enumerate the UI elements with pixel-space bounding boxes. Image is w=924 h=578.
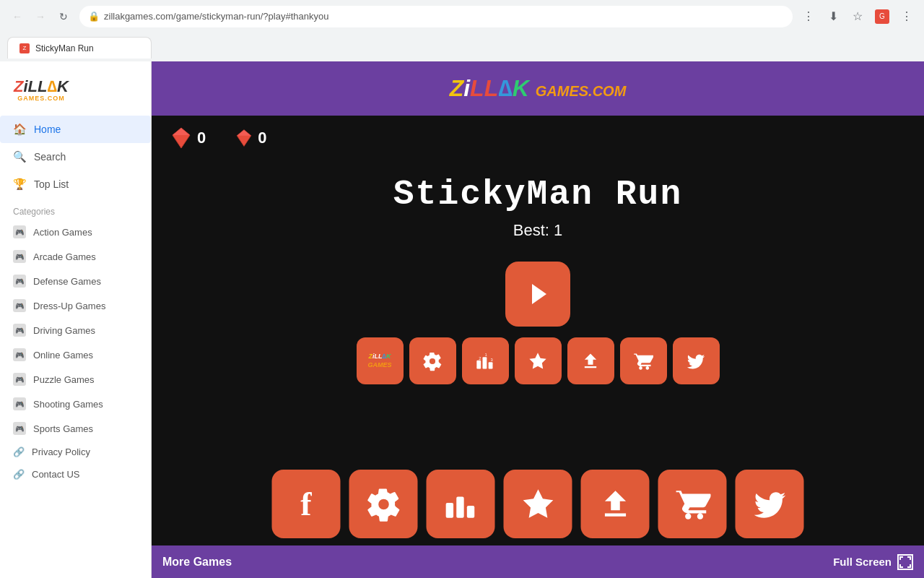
dressup-games-label: Dress-Up Games xyxy=(33,301,105,311)
puzzle-games-label: Puzzle Games xyxy=(33,374,95,385)
lock-icon: 🔒 xyxy=(88,11,100,22)
dressup-games-icon: 🎮 xyxy=(13,299,26,312)
sidebar-item-sports[interactable]: 🎮 Sports Games xyxy=(0,416,151,441)
share-button-lg[interactable] xyxy=(581,470,650,538)
logo-main-a: ∆ xyxy=(498,75,513,101)
zillak-logo-button[interactable]: ZiLL∆KGAMES xyxy=(357,337,404,384)
sidebar-item-defense[interactable]: 🎮 Defense Games xyxy=(0,269,151,293)
more-games-button[interactable]: More Games xyxy=(162,556,232,569)
logo-main-z: Z xyxy=(450,75,464,101)
sidebar-item-puzzle[interactable]: 🎮 Puzzle Games xyxy=(0,367,151,392)
shooting-games-label: Shooting Games xyxy=(33,399,103,410)
sidebar-item-arcade[interactable]: 🎮 Arcade Games xyxy=(0,244,151,269)
reload-button[interactable]: ↻ xyxy=(53,7,74,27)
fullscreen-button[interactable]: Full Screen xyxy=(833,554,913,570)
game-container: 0 0 StickyMan Run Best: 1 xyxy=(152,116,924,578)
browser-toolbar: ← → ↻ 🔒 zillakgames.com/game/stickyman-r… xyxy=(0,0,924,33)
browser-chrome: ← → ↻ 🔒 zillakgames.com/game/stickyman-r… xyxy=(0,0,924,61)
forward-button[interactable]: → xyxy=(30,7,51,27)
sidebar-item-privacy[interactable]: 🔗 Privacy Policy xyxy=(0,441,151,463)
svg-rect-11 xyxy=(445,502,453,517)
gear-icon-sm xyxy=(422,351,443,371)
sidebar-toplist-label: Top List xyxy=(34,178,69,190)
logo-k: K xyxy=(57,77,69,95)
game-title: StickyMan Run xyxy=(152,175,924,214)
settings-button-sm[interactable] xyxy=(409,337,456,384)
address-bar[interactable]: 🔒 zillakgames.com/game/stickyman-run/?pl… xyxy=(79,6,793,27)
sidebar-item-action[interactable]: 🎮 Action Games xyxy=(0,220,151,244)
menu-button[interactable]: ⋮ xyxy=(897,7,917,27)
shooting-games-icon: 🎮 xyxy=(13,397,26,410)
play-button-wrapper xyxy=(152,262,924,327)
podium-icon-lg xyxy=(443,486,479,522)
leaderboard-button-sm[interactable]: 2 1 3 xyxy=(462,337,509,384)
game-title-section: StickyMan Run Best: 1 xyxy=(152,160,924,247)
logo-illak: iLL xyxy=(23,77,47,95)
sidebar-item-shooting[interactable]: 🎮 Shooting Games xyxy=(0,392,151,416)
twitter-button-sm[interactable] xyxy=(673,337,720,384)
sidebar-home-label: Home xyxy=(34,124,61,135)
share-button-sm[interactable] xyxy=(567,337,614,384)
cart-icon-sm xyxy=(633,351,653,371)
privacy-label: Privacy Policy xyxy=(32,447,90,457)
star-icon-lg xyxy=(520,486,556,522)
contact-link-icon: 🔗 xyxy=(13,469,25,480)
driving-games-icon: 🎮 xyxy=(13,324,26,337)
diamond-icon-left xyxy=(170,126,193,150)
svg-text:3: 3 xyxy=(491,358,493,362)
svg-marker-1 xyxy=(173,128,190,135)
favorite-button-lg[interactable] xyxy=(504,470,572,538)
svg-text:1: 1 xyxy=(484,353,487,357)
sports-games-label: Sports Games xyxy=(33,423,93,434)
active-tab[interactable]: Z StickyMan Run xyxy=(7,37,152,59)
bottom-bar: More Games Full Screen xyxy=(152,545,924,578)
logo-box: ZiLL∆K GAMES.COM xyxy=(11,76,71,105)
sidebar-item-toplist[interactable]: 🏆 Top List xyxy=(0,171,151,198)
svg-rect-13 xyxy=(466,506,474,518)
arcade-games-icon: 🎮 xyxy=(13,250,26,263)
logo-z: Z xyxy=(14,77,23,95)
play-button[interactable] xyxy=(505,262,570,327)
leaderboard-button-lg[interactable] xyxy=(427,470,495,538)
driving-games-label: Driving Games xyxy=(33,325,95,336)
cart-button-lg[interactable] xyxy=(658,470,727,538)
sidebar-item-dressup[interactable]: 🎮 Dress-Up Games xyxy=(0,293,151,318)
star-icon-sm xyxy=(528,351,548,371)
svg-marker-4 xyxy=(532,284,546,304)
sidebar-item-driving[interactable]: 🎮 Driving Games xyxy=(0,318,151,342)
link-icon: 🔗 xyxy=(13,447,25,457)
defense-games-icon: 🎮 xyxy=(13,275,26,288)
logo-main-ll: LL xyxy=(470,75,498,101)
diamond-icon-right xyxy=(235,129,253,147)
browser-icons: ⋮ ⬇ ☆ G ⋮ xyxy=(798,7,917,27)
upload-icon-lg xyxy=(597,486,633,522)
sidebar-item-home[interactable]: 🏠 Home xyxy=(0,116,151,143)
svg-rect-7 xyxy=(489,362,493,368)
bookmark-button[interactable]: ☆ xyxy=(847,7,868,27)
logo-subtitle: GAMES.COM xyxy=(14,95,69,102)
tab-bar: Z StickyMan Run xyxy=(0,33,924,59)
expand-icon xyxy=(899,556,912,569)
cart-button-sm[interactable] xyxy=(620,337,667,384)
sidebar-item-search[interactable]: 🔍 Search xyxy=(0,143,151,171)
scores-row: 0 0 xyxy=(152,116,924,160)
play-icon xyxy=(525,281,551,307)
twitter-button-lg[interactable] xyxy=(736,470,804,538)
svg-rect-5 xyxy=(476,360,481,368)
upload-icon-sm xyxy=(580,351,601,371)
profile-button[interactable]: G xyxy=(872,7,892,27)
cart-icon-lg xyxy=(674,486,710,522)
sidebar-item-contact[interactable]: 🔗 Contact US xyxy=(0,463,151,486)
extensions-button[interactable]: ⋮ xyxy=(798,7,819,27)
sports-games-icon: 🎮 xyxy=(13,422,26,435)
download-button[interactable]: ⬇ xyxy=(823,7,843,27)
action-games-label: Action Games xyxy=(33,227,92,238)
favorite-button-sm[interactable] xyxy=(515,337,562,384)
sidebar-search-label: Search xyxy=(34,151,66,163)
back-button[interactable]: ← xyxy=(7,7,27,27)
score-right-value: 0 xyxy=(258,129,266,147)
facebook-button[interactable]: f xyxy=(272,470,341,538)
settings-button-lg[interactable] xyxy=(349,470,418,538)
sidebar-item-online[interactable]: 🎮 Online Games xyxy=(0,342,151,367)
score-left: 0 xyxy=(170,126,206,150)
